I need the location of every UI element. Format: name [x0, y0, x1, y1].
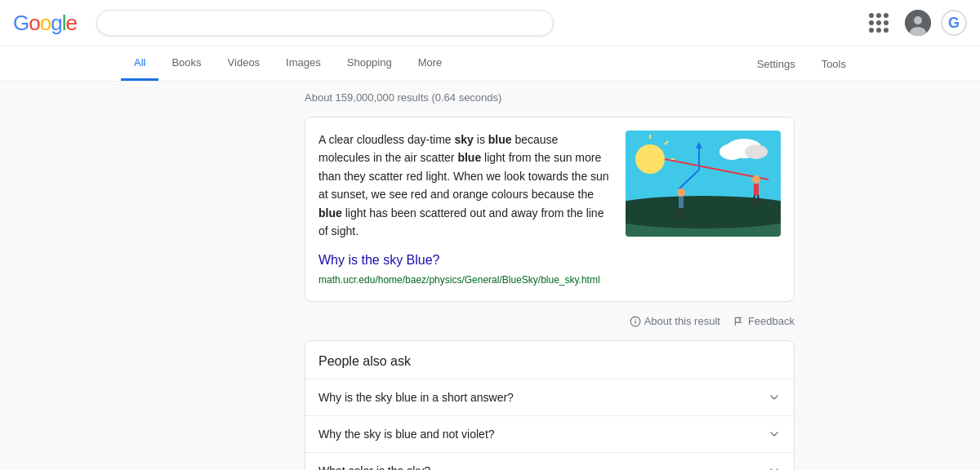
svg-rect-23 [679, 197, 684, 208]
tab-settings[interactable]: Settings [744, 48, 808, 80]
paa-item-0[interactable]: Why is the sky blue in a short answer? [305, 379, 794, 416]
flag-icon [733, 316, 745, 327]
search-input[interactable]: why is the sky blue [109, 16, 522, 30]
about-result-label: About this result [644, 315, 720, 327]
svg-point-11 [635, 144, 665, 174]
svg-point-6 [914, 16, 922, 24]
tab-books[interactable]: Books [158, 47, 214, 81]
svg-point-26 [752, 175, 760, 184]
svg-rect-27 [754, 184, 759, 195]
paa-question-2: What color is the sky? [318, 464, 430, 470]
svg-point-10 [626, 196, 781, 228]
snippet-footer: About this result Feedback [305, 308, 795, 340]
svg-point-21 [745, 144, 768, 159]
chevron-down-icon-0 [768, 391, 781, 404]
paa-item-2[interactable]: What color is the sky? [305, 453, 794, 470]
snippet-text-content: A clear cloudless day-time sky is blue b… [318, 131, 612, 240]
snippet-url: math.ucr.edu/home/baez/physics/General/B… [318, 273, 612, 288]
tab-videos[interactable]: Videos [215, 47, 274, 81]
chevron-down-icon-2 [768, 464, 781, 470]
tab-all[interactable]: All [121, 47, 158, 81]
google-logo[interactable]: Google [13, 11, 77, 36]
svg-point-20 [719, 144, 744, 160]
feedback-label: Feedback [748, 315, 795, 327]
featured-snippet: A clear cloudless day-time sky is blue b… [305, 117, 795, 302]
sky-illustration [626, 131, 781, 237]
search-button[interactable] [538, 21, 541, 24]
tab-images[interactable]: Images [273, 47, 334, 81]
avatar-icon [905, 10, 931, 36]
search-tabs: All Books Videos Images Shopping More Se… [0, 47, 980, 82]
header: Google why is the sky blue [0, 0, 980, 47]
snippet-image [626, 131, 781, 237]
account-avatar[interactable] [905, 10, 931, 36]
chevron-down-icon-1 [768, 428, 781, 441]
svg-point-22 [677, 188, 685, 197]
people-also-ask-section: People also ask Why is the sky blue in a… [305, 340, 795, 470]
results-count: About 159,000,000 results (0.64 seconds) [305, 82, 796, 117]
snippet-body: A clear cloudless day-time sky is blue b… [318, 131, 612, 288]
paa-title: People also ask [305, 341, 794, 379]
google-account-button[interactable]: G [941, 10, 967, 36]
snippet-link[interactable]: Why is the sky Blue? [318, 250, 612, 271]
about-result-button[interactable]: About this result [630, 315, 720, 327]
search-bar: why is the sky blue [96, 10, 554, 36]
paa-item-1[interactable]: Why the sky is blue and not violet? [305, 416, 794, 453]
header-right: G [862, 7, 967, 39]
microphone-button[interactable] [528, 21, 532, 24]
svg-point-32 [635, 318, 635, 319]
paa-question-0: Why is the sky blue in a short answer? [318, 391, 514, 404]
main-content: About 159,000,000 results (0.64 seconds)… [184, 82, 796, 470]
tab-shopping[interactable]: Shopping [334, 47, 405, 81]
tab-tools[interactable]: Tools [808, 48, 859, 80]
feedback-button[interactable]: Feedback [733, 315, 795, 327]
apps-button[interactable] [862, 7, 895, 39]
tab-more[interactable]: More [405, 47, 456, 81]
info-icon [630, 316, 641, 327]
paa-question-1: Why the sky is blue and not violet? [318, 428, 495, 441]
